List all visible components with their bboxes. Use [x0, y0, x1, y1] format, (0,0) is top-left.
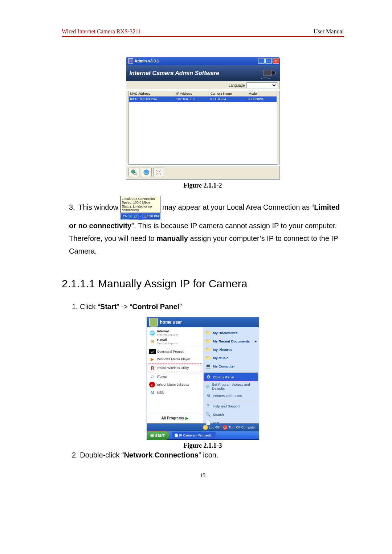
sidebar-item-label: MSN — [157, 391, 164, 394]
cell-mac: 00:1F:1F:1b:47:34 — [129, 97, 175, 102]
sidebar-item-label: Printers and Faxes — [213, 394, 242, 398]
camera-table-wrap: MAC Address IP Address Camera Name Model… — [126, 91, 280, 165]
search-icon: 🔍 — [205, 411, 212, 418]
start-button[interactable]: ⊞ start — [147, 431, 170, 440]
sidebar-item-label: Control Panel — [213, 375, 234, 379]
logoff-icon: ⍈ — [203, 425, 208, 430]
search-globe-button[interactable] — [128, 168, 139, 177]
ie-icon — [143, 169, 150, 176]
browser-launch-button[interactable] — [141, 168, 152, 177]
settings-button[interactable] — [153, 168, 164, 177]
sidebar-item-mypics[interactable]: 📁My Pictures — [204, 345, 258, 353]
admin-titlebar: Admin v3.0.1 _ □ × — [126, 57, 280, 65]
col-model[interactable]: Model — [247, 91, 277, 97]
sidebar-item-label: My Recent Documents — [213, 339, 250, 343]
col-mac[interactable]: MAC Address — [129, 91, 175, 97]
logoff-button[interactable]: ⍈Log Off — [203, 425, 220, 430]
close-button[interactable]: × — [273, 58, 279, 64]
msn-icon: M — [149, 389, 156, 396]
ralink-icon: R — [150, 365, 156, 371]
power-icon: ⏻ — [222, 425, 228, 430]
chevron-right-icon: ▶ — [185, 416, 188, 420]
admin-title-text: Admin v3.0.1 — [135, 59, 159, 63]
sidebar-item-recentdocs[interactable]: 📁My Recent Documents▸ — [204, 337, 258, 345]
col-ip[interactable]: IP Address — [175, 91, 209, 97]
document-icon: 📄 — [174, 434, 178, 437]
sidebar-item-yahoo[interactable]: Y!Yahoo! Music Jukebox — [148, 381, 202, 388]
sidebar-item-msn[interactable]: MMSN — [148, 389, 202, 397]
lang-indicator[interactable]: EN — [122, 213, 129, 220]
svg-point-3 — [134, 172, 136, 175]
sidebar-item-label: Yahoo! Music Jukebox — [156, 383, 189, 386]
sidebar-item-label: My Pictures — [213, 348, 232, 352]
sidebar-item-search[interactable]: 🔍Search — [204, 410, 258, 418]
network-warning-icon[interactable]: ⚠ — [143, 213, 147, 220]
banner-title: Internet Camera Admin Software — [126, 70, 219, 77]
cell-camname: IC-1B4734 — [209, 97, 247, 102]
svg-rect-0 — [263, 70, 272, 76]
sidebar-item-program-access[interactable]: ◎Set Program Access and Defaults — [204, 382, 258, 391]
sidebar-item-label: My Computer — [213, 364, 235, 368]
sidebar-item-label: E-mail — [157, 338, 179, 342]
sidebar-item-label: iTunes — [157, 375, 167, 378]
sidebar-item-label: Internet — [157, 329, 179, 333]
folder-icon: 📁 — [205, 354, 212, 361]
systray-row: EN ⛨ 🔊 ‹ ⚠ 4:20 PM — [121, 213, 160, 219]
sidebar-item-mycomputer[interactable]: 💻My Computer — [204, 362, 258, 370]
sidebar-item-cmd[interactable]: C:\Command Prompt — [148, 348, 202, 355]
ie-icon: 🌐 — [149, 330, 156, 336]
header-right: User Manual — [314, 28, 344, 35]
control-panel-icon: ⚙ — [205, 374, 212, 380]
folder-icon: 📁 — [205, 346, 212, 353]
chevron-right-icon: ▸ — [255, 339, 257, 343]
sidebar-item-mymusic[interactable]: 📁My Music — [204, 354, 258, 362]
col-camname[interactable]: Camera Name — [209, 91, 247, 97]
sidebar-item-ralink[interactable]: RRalink Wireless Utility — [148, 364, 202, 372]
chevron-left-icon[interactable]: ‹ — [138, 213, 143, 220]
sidebar-item-itunes[interactable]: ♫iTunes — [148, 373, 202, 381]
taskbar-button[interactable]: 📄 IP Camera - Microsoft... — [172, 432, 216, 439]
program-access-icon: ◎ — [205, 383, 211, 390]
sidebar-item-printers[interactable]: 🖨Printers and Faxes — [204, 391, 258, 399]
computer-icon: 💻 — [205, 363, 212, 369]
figure-1-caption: Figure 2.1.1-2 — [62, 182, 344, 189]
sidebar-item-control-panel[interactable]: ⚙Control Panel — [204, 373, 258, 381]
tooltip-line2: Speed: 100.0 Mbps — [122, 201, 159, 204]
user-avatar-icon — [149, 318, 158, 327]
sidebar-item-mydocs[interactable]: 📁My Documents — [204, 329, 258, 337]
step-2-line: 2. Double-click “Network Connections” ic… — [72, 451, 344, 459]
step-1-mid: ” -> “ — [117, 303, 132, 311]
systray-clock: 4:20 PM — [147, 214, 159, 219]
minimize-button[interactable]: _ — [258, 58, 265, 64]
sidebar-item-label: Ralink Wireless Utility — [158, 366, 189, 370]
menu-separator — [205, 401, 257, 401]
shield-icon[interactable]: ⛨ — [129, 213, 132, 220]
window-controls: _ □ × — [258, 58, 279, 64]
svg-point-2 — [131, 170, 135, 173]
language-select[interactable] — [246, 82, 277, 88]
sidebar-item-wmp[interactable]: ▶Windows Media Player — [148, 355, 202, 363]
all-programs-label: All Programs — [161, 416, 184, 420]
page-header: Wired Internet Camera RXS-3211 User Manu… — [62, 28, 344, 37]
step-3-lead: This window — [78, 203, 121, 211]
svg-point-5 — [144, 170, 149, 175]
mail-icon: ✉ — [149, 338, 156, 345]
admin-window: Admin v3.0.1 _ □ × Internet Camera Admin… — [126, 57, 280, 180]
taskbar-button-label: IP Camera - Microsoft... — [179, 434, 214, 437]
all-programs[interactable]: All Programs ▶ — [148, 414, 202, 422]
sidebar-item-email[interactable]: ✉E-mailOutlook Express — [148, 337, 202, 346]
maximize-button[interactable]: □ — [265, 58, 272, 64]
sidebar-item-label: Windows Media Player — [157, 357, 191, 361]
admin-title: Admin v3.0.1 — [127, 58, 159, 63]
table-row[interactable]: 00:1F:1F:1b:47:34 192.168. 2. 3 IC-1B473… — [129, 97, 277, 102]
figure-2-wrap: home user 🌐InternetInternet Explorer ✉E-… — [62, 317, 344, 450]
sidebar-item-internet[interactable]: 🌐InternetInternet Explorer — [148, 329, 202, 337]
cell-model: IC3020WG — [247, 97, 277, 102]
language-label: Language — [229, 83, 245, 87]
sidebar-item-label: My Music — [213, 356, 229, 360]
volume-icon[interactable]: 🔊 — [133, 213, 138, 220]
turnoff-button[interactable]: ⏻Turn Off Computer — [222, 425, 256, 430]
tooltip-line1: Local Area Connection — [122, 197, 159, 201]
sidebar-item-help[interactable]: ?Help and Support — [204, 402, 258, 410]
step-3-paragraph: 3.This window Local Area Connection Spee… — [69, 196, 344, 258]
